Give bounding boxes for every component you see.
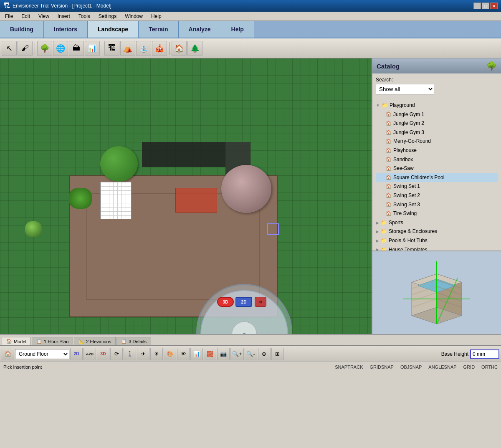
item-swing-set-3[interactable]: 🏠 Swing Set 3 [376,200,498,210]
view-fly-btn[interactable]: ✈ [137,348,149,360]
menu-file[interactable]: File [2,13,16,20]
menu-edit[interactable]: Edit [18,13,33,20]
item-merry-go-round[interactable]: 🏠 Merry-Go-Round [376,137,498,146]
status-text: Pick insertion point [3,364,42,370]
floor-select[interactable]: Ground Floor [15,349,69,359]
item-icon-12: 🏠 [386,210,392,218]
view-orbit-btn[interactable]: ⟳ [110,348,123,360]
large-tree-pink [221,165,271,213]
zoom-in-btn[interactable]: 🔍+ [230,348,244,360]
pavilion-tool[interactable]: ⛺ [120,41,135,56]
toolbar-sep-2 [102,42,102,55]
terrain-tool[interactable]: 🏔 [69,41,84,56]
tab-building[interactable]: Building [0,21,44,38]
tab-terrain[interactable]: Terrain [139,21,178,38]
item-jungle-gym-2[interactable]: 🏠 Jungle Gym 2 [376,119,498,128]
tree-category-pools[interactable]: ▶ 📁 Pools & Hot Tubs [376,236,498,246]
item-jungle-gym-3[interactable]: 🏠 Jungle Gym 3 [376,128,498,137]
item-swing-set-1[interactable]: 🏠 Swing Set 1 [376,182,498,191]
tab-elevations-label: 2 Elevations [86,339,111,344]
search-dropdown[interactable]: Show all [376,84,434,94]
white-grid-obj [100,182,132,219]
minimize-button[interactable]: − [473,3,481,9]
menu-window[interactable]: Window [121,13,146,20]
tab-help[interactable]: Help [221,21,254,38]
item-sandbox[interactable]: 🏠 Sandbox [376,155,498,165]
expand-icon-sports: ▶ [376,219,379,227]
view-render-btn[interactable]: 🎨 [164,348,176,360]
paint-tool[interactable]: 🖌 [18,41,33,56]
zoom-out-btn[interactable]: 🔍- [245,348,257,360]
item-square-pool[interactable]: 🏠 Square Children's Pool [376,173,498,182]
right-panel: Catalog 🌳 Search: Show all ▼ 📁 Playgroun… [372,58,501,334]
zoom-fit-btn[interactable]: ⊕ [258,348,271,360]
view-wall-btn[interactable]: 🧱 [204,348,216,360]
view-floor-btn[interactable]: 📊 [190,348,203,360]
expand-icon-playground: ▼ [376,102,380,109]
view-sun-btn[interactable]: ☀ [150,348,163,360]
view-3d-btn[interactable]: 3D [97,348,109,360]
tree-category-sports[interactable]: ▶ 📁 Sports [376,218,498,228]
zoom-window-btn[interactable]: ⊞ [271,348,284,360]
shrub-scattered-1 [25,221,42,237]
menu-insert[interactable]: Insert [54,13,73,20]
item-icon-2: 🏠 [386,119,392,128]
menu-view[interactable]: View [35,13,53,20]
chart-tool[interactable]: 📊 [85,41,100,56]
building-tool[interactable]: 🏠 [172,41,187,56]
item-tire-swing[interactable]: 🏠 Tire Swing [376,209,498,218]
item-label-12: Tire Swing [393,209,417,218]
tree-category-storage[interactable]: ▶ 📁 Storage & Enclosures [376,227,498,236]
item-see-saw[interactable]: 🏠 See-Saw [376,164,498,173]
menu-settings[interactable]: Settings [95,13,120,20]
close-button[interactable]: ✕ [490,3,498,9]
pools-label: Pools & Hot Tubs [389,236,428,246]
tree-tool[interactable]: 🌳 [37,41,52,56]
conifer-tool[interactable]: 🌲 [187,41,202,56]
globe-tool[interactable]: 🌐 [53,41,68,56]
view-eye-btn[interactable]: 👁 [177,348,190,360]
storage-label: Storage & Enclosures [389,227,437,236]
canvas-area[interactable]: ⊕ 3D 2D ⊞ ✋ ⟳ [0,58,372,334]
statusbar: Pick insertion point SNAPTRACK GRIDSNAP … [0,362,501,372]
item-playhouse[interactable]: 🏠 Playhouse [376,146,498,155]
tab-details-icon: 📋 [121,339,127,344]
item-jungle-gym-1[interactable]: 🏠 Jungle Gym 1 [376,110,498,119]
structure-tool[interactable]: 🏗 [104,41,119,56]
tab-interiors[interactable]: Interiors [44,21,88,38]
tab-floor-plan[interactable]: 📋 1 Floor Plan [32,337,73,345]
menu-help[interactable]: Help [148,13,165,20]
view-cam-btn[interactable]: 📷 [217,348,230,360]
radial-btn-1[interactable]: ⊞ [255,297,266,307]
item-icon-9: 🏠 [386,182,392,191]
playground-object [175,188,217,213]
tab-analyze[interactable]: Analyze [179,21,221,38]
item-label-2: Jungle Gym 2 [393,119,424,128]
view-a2d-btn[interactable]: A2D [84,348,96,360]
radial-center: ⊕ [232,321,257,334]
view-walk-btn[interactable]: 🚶 [124,348,136,360]
home-btn[interactable]: 🏠 [2,348,14,360]
tab-landscape[interactable]: Landscape [88,21,139,38]
tree-category-house[interactable]: ▶ 📁 House Templates [376,246,498,251]
item-icon-5: 🏠 [386,147,392,155]
maximize-button[interactable]: □ [482,3,489,9]
menu-tools[interactable]: Tools [75,13,94,20]
item-label-3: Jungle Gym 3 [393,128,424,137]
tab-elevations[interactable]: 📐 2 Elevations [74,337,116,345]
tent-tool[interactable]: 🎪 [152,41,167,56]
tab-details[interactable]: 📋 3 Details [116,337,151,345]
view-2d-btn[interactable]: 2D [70,348,83,360]
base-height-input[interactable] [470,349,499,359]
tab-model[interactable]: 🏠 Model [2,337,31,345]
item-swing-set-2[interactable]: 🏠 Swing Set 2 [376,191,498,200]
bottom-toolbar: 🏠 Ground Floor 2D A2D 3D ⟳ 🚶 ✈ ☀ 🎨 👁 📊 🧱… [0,346,501,362]
select-tool[interactable]: ↖ [2,41,17,56]
tree-category-playground[interactable]: ▼ 📁 Playground [376,101,498,110]
3d-button[interactable]: 3D [217,297,234,307]
folder-icon-storage: 📁 [381,227,387,236]
titlebar: 🏗 Envisioneer Trial Version - [Project1 … [0,0,501,12]
preview-panel [372,251,501,334]
2d-button[interactable]: 2D [235,297,252,307]
fountain-tool[interactable]: ⛲ [136,41,151,56]
